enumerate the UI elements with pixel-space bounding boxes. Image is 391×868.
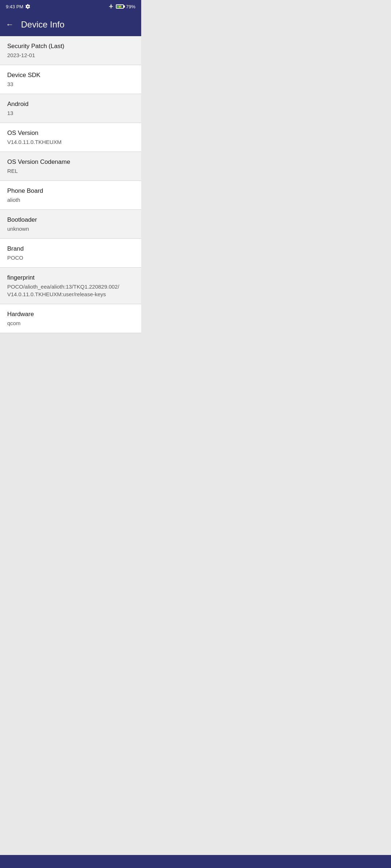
info-value: POCO/alioth_eea/alioth:13/TKQ1.220829.00… [7, 283, 134, 298]
info-row: OS Version CodenameREL [0, 152, 141, 181]
info-row: Bootloaderunknown [0, 210, 141, 239]
info-row: OS VersionV14.0.11.0.TKHEUXM [0, 123, 141, 152]
info-label: OS Version [7, 129, 134, 137]
info-row: Security Patch (Last)2023-12-01 [0, 36, 141, 65]
info-row: Hardwareqcom [0, 304, 141, 333]
info-value: POCO [7, 254, 134, 261]
info-value: alioth [7, 196, 134, 204]
info-value: REL [7, 167, 134, 175]
info-label: Security Patch (Last) [7, 43, 134, 50]
info-row: Device SDK33 [0, 65, 141, 94]
info-list: Security Patch (Last)2023-12-01Device SD… [0, 36, 141, 333]
info-value: 13 [7, 109, 134, 117]
info-label: OS Version Codename [7, 158, 134, 166]
info-row: BrandPOCO [0, 239, 141, 268]
info-value: 2023-12-01 [7, 51, 134, 59]
info-value: 33 [7, 80, 134, 88]
status-bar-right: ⚡ 79% [109, 4, 135, 10]
info-label: Phone Board [7, 187, 134, 195]
info-value: V14.0.11.0.TKHEUXM [7, 138, 134, 146]
toolbar: ← Device Info [0, 13, 141, 36]
airplane-icon [109, 4, 114, 10]
settings-icon [25, 4, 30, 9]
info-label: Brand [7, 245, 134, 252]
info-value: qcom [7, 319, 134, 327]
info-label: fingerprint [7, 274, 134, 281]
page-title: Device Info [21, 20, 64, 30]
info-row: fingerprintPOCO/alioth_eea/alioth:13/TKQ… [0, 268, 141, 304]
status-bar: 9:43 PM ⚡ 79% [0, 0, 141, 13]
status-bar-left: 9:43 PM [6, 4, 30, 9]
info-label: Android [7, 101, 134, 108]
info-value: unknown [7, 225, 134, 233]
info-row: Phone Boardalioth [0, 181, 141, 210]
battery-icon: ⚡ [116, 4, 124, 9]
info-row: Android13 [0, 94, 141, 123]
time-display: 9:43 PM [6, 4, 23, 9]
info-label: Bootloader [7, 216, 134, 224]
back-button[interactable]: ← [6, 20, 14, 29]
info-label: Device SDK [7, 72, 134, 79]
battery-percent: 79% [126, 4, 135, 9]
info-label: Hardware [7, 311, 134, 318]
